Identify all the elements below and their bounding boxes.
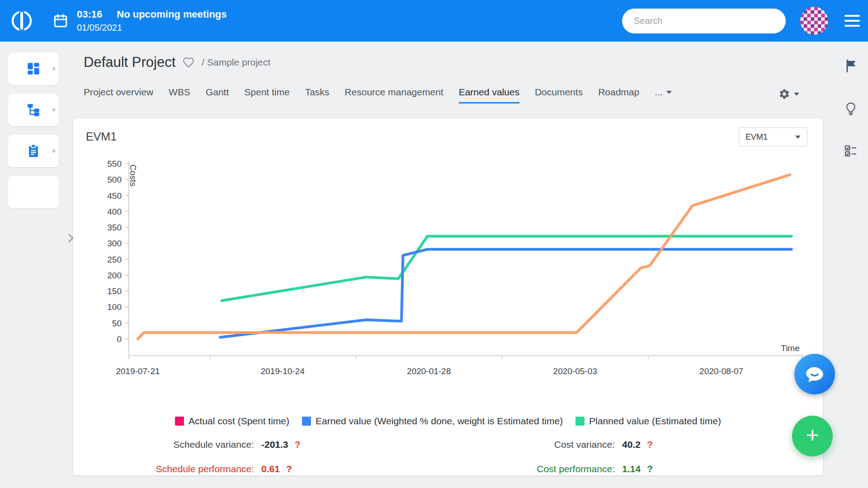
sidebar-item-tasks[interactable] (8, 135, 59, 167)
breadcrumb: / Sample project (202, 57, 270, 68)
schedule-performance-value: 0.61 (261, 464, 280, 474)
svg-text:500: 500 (107, 175, 122, 184)
cost-performance-label: Cost performance: (466, 464, 615, 474)
legend-item[interactable]: Actual cost (Spent time) (175, 416, 289, 427)
page-header: Default Project / Sample project (84, 54, 270, 70)
chevron-right-icon (53, 149, 56, 153)
svg-text:450: 450 (107, 191, 122, 201)
cost-variance-value: 40.2 (622, 439, 641, 450)
chat-bubble-icon (803, 363, 826, 385)
date-text: 01/05/2021 (77, 22, 227, 33)
lightbulb-icon[interactable] (844, 101, 858, 116)
schedule-variance-label: Schedule variance: (87, 439, 254, 450)
legend-label: Earned value (Weighted % done, weight is… (316, 416, 563, 427)
help-icon[interactable]: ? (286, 464, 292, 474)
gear-icon (778, 88, 790, 100)
svg-text:2020-01-28: 2020-01-28 (407, 366, 451, 376)
svg-text:2020-05-03: 2020-05-03 (553, 366, 597, 376)
svg-text:350: 350 (107, 223, 122, 232)
tabs-row: Project overviewWBSGanttSpent timeTasksR… (84, 87, 823, 103)
page-title: Default Project (84, 54, 175, 70)
legend-swatch (576, 417, 585, 426)
topbar: 03:16 No upcoming meetings 01/05/2021 (0, 0, 868, 42)
tab-roadmap[interactable]: Roadmap (598, 87, 639, 103)
cost-performance-value: 1.14 (622, 464, 641, 474)
hamburger-menu-icon[interactable] (844, 15, 860, 27)
svg-text:550: 550 (107, 159, 122, 169)
tab-wbs[interactable]: WBS (169, 87, 190, 103)
module-settings-button[interactable] (778, 88, 799, 103)
chart-title: EVM1 (86, 130, 117, 143)
evm-select-value: EVM1 (745, 132, 768, 142)
help-icon[interactable]: ? (295, 439, 301, 450)
svg-text:2019-07-21: 2019-07-21 (116, 366, 160, 376)
tabs: Project overviewWBSGanttSpent timeTasksR… (84, 87, 672, 103)
svg-text:100: 100 (107, 302, 122, 312)
flag-icon[interactable] (844, 59, 858, 73)
dashboard-icon (26, 61, 41, 76)
clipboard-icon (26, 143, 41, 159)
favorite-heart-icon[interactable] (183, 56, 194, 68)
svg-text:150: 150 (107, 286, 122, 296)
chevron-right-icon (53, 108, 56, 112)
legend-label: Actual cost (Spent time) (189, 416, 289, 427)
checklist-icon[interactable] (844, 144, 858, 158)
sidebar (8, 52, 59, 208)
calendar-icon[interactable] (52, 13, 69, 29)
legend-item[interactable]: Earned value (Weighted % done, weight is… (302, 416, 563, 427)
legend-swatch (175, 417, 184, 426)
chart-legend: Actual cost (Spent time)Earned value (We… (73, 416, 823, 427)
legend-label: Planned value (Estimated time) (589, 416, 721, 427)
tab-gantt[interactable]: Gantt (206, 87, 229, 103)
svg-text:2019-10-24: 2019-10-24 (261, 366, 305, 376)
chevron-right-icon (53, 66, 56, 71)
legend-item[interactable]: Planned value (Estimated time) (576, 416, 721, 427)
svg-text:Costs: Costs (128, 164, 138, 187)
search-input[interactable] (622, 9, 786, 33)
clock-time: 03:16 (77, 8, 102, 21)
svg-text:400: 400 (107, 207, 122, 216)
schedule-performance-stat: Schedule performance: 0.61 ? (87, 464, 292, 474)
sidebar-item-dashboard[interactable] (8, 52, 59, 85)
avatar[interactable] (800, 7, 828, 35)
schedule-performance-label: Schedule performance: (87, 464, 254, 474)
help-icon[interactable]: ? (647, 464, 653, 474)
meeting-info: 03:16 No upcoming meetings 01/05/2021 (77, 8, 227, 33)
chat-widget-button[interactable] (794, 354, 835, 394)
evm-select[interactable]: EVM1 (739, 127, 807, 146)
cost-variance-stat: Cost variance: 40.2 ? (466, 439, 653, 450)
meetings-text: No upcoming meetings (117, 8, 226, 21)
sidebar-expand-chevron[interactable] (65, 234, 74, 243)
plus-icon: + (806, 424, 819, 446)
tree-icon (26, 102, 41, 117)
svg-text:300: 300 (107, 239, 122, 248)
svg-text:250: 250 (107, 255, 122, 264)
right-rail (841, 59, 861, 158)
cost-performance-stat: Cost performance: 1.14 ? (466, 464, 653, 474)
tab-project-overview[interactable]: Project overview (84, 87, 153, 103)
tab-spent-time[interactable]: Spent time (244, 87, 289, 103)
app-logo-icon[interactable] (10, 9, 33, 33)
svg-text:0: 0 (117, 334, 122, 344)
tabs-overflow-menu[interactable]: ... (655, 87, 672, 103)
svg-text:2020-08-07: 2020-08-07 (699, 366, 743, 376)
tab-resource-management[interactable]: Resource management (344, 87, 443, 103)
chevron-down-icon (666, 91, 672, 94)
add-button[interactable]: + (792, 416, 833, 456)
tab-documents[interactable]: Documents (535, 87, 583, 103)
evm-chart: 0501001502002503003504004505005502019-07… (81, 155, 814, 385)
tab-tasks[interactable]: Tasks (305, 87, 330, 103)
svg-text:50: 50 (112, 319, 122, 328)
svg-text:Time: Time (781, 343, 800, 353)
sidebar-item-empty[interactable] (8, 176, 59, 208)
tab-earned-values[interactable]: Earned values (459, 87, 519, 103)
chevron-down-icon (795, 136, 801, 139)
help-icon[interactable]: ? (647, 439, 653, 450)
sidebar-item-wbs-tree[interactable] (8, 94, 59, 126)
app-root: 03:16 No upcoming meetings 01/05/2021 (0, 0, 868, 488)
svg-text:200: 200 (107, 271, 122, 280)
legend-swatch (302, 417, 311, 426)
schedule-variance-value: -201.3 (261, 439, 288, 450)
schedule-variance-stat: Schedule variance: -201.3 ? (87, 439, 300, 450)
chevron-down-icon (794, 93, 799, 96)
